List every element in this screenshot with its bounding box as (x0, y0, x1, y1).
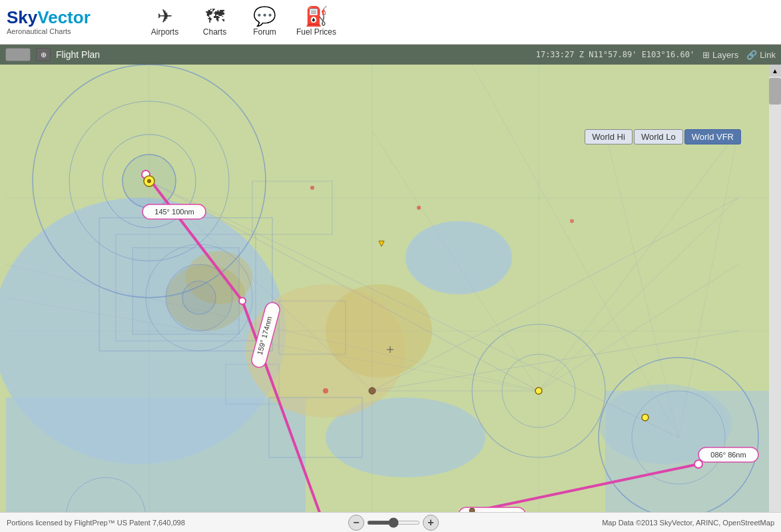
svg-point-51 (239, 298, 246, 304)
world-vfr-button[interactable]: World VFR (684, 129, 741, 144)
map-type-bar: World Hi World Lo World VFR (585, 129, 741, 144)
svg-text:086° 86nm: 086° 86nm (710, 451, 746, 459)
layers-button[interactable]: ⊞ Layers (702, 50, 738, 60)
svg-point-77 (469, 508, 475, 512)
fuel-label: Fuel Prices (296, 27, 336, 37)
toolbar: ⊕ Flight Plan 17:33:27 Z N11°57.89' E103… (0, 45, 781, 65)
flight-plan-label: Flight Plan (56, 49, 100, 60)
world-hi-button[interactable]: World Hi (585, 129, 633, 144)
nav-fuel[interactable]: ⛽ Fuel Prices (296, 7, 336, 37)
toolbar-right: 17:33:27 Z N11°57.89' E103°16.60' ⊞ Laye… (536, 50, 776, 60)
scrollbar-right[interactable]: ▲ ▼ (769, 65, 781, 512)
scrollbar-thumb[interactable] (769, 78, 781, 105)
svg-rect-2 (6, 398, 306, 512)
map-data-text: Map Data ©2013 SkyVector, ARINC, OpenStr… (602, 519, 774, 527)
layers-label: Layers (712, 50, 738, 60)
logo-area: SkyVector Aeronautical Charts (7, 9, 133, 35)
world-lo-button[interactable]: World Lo (634, 129, 683, 144)
fuel-icon: ⛽ (305, 7, 328, 26)
toolbar-left: ⊕ Flight Plan (5, 48, 529, 61)
header: SkyVector Aeronautical Charts ✈ Airports… (0, 0, 781, 45)
link-icon: 🔗 (746, 50, 757, 60)
coordinates-display: 17:33:27 Z N11°57.89' E103°16.60' (536, 50, 694, 59)
svg-point-70 (642, 414, 649, 421)
svg-text:145° 100nm: 145° 100nm (154, 208, 194, 216)
svg-point-74 (570, 219, 574, 223)
gps-button[interactable]: ⊕ (36, 48, 51, 61)
scrollbar-up-button[interactable]: ▲ (769, 65, 781, 77)
svg-point-72 (310, 186, 314, 190)
flight-plan-toggle[interactable] (5, 48, 31, 61)
charts-label: Charts (203, 27, 226, 37)
bottom-bar: Portions licensed by FlightPrep™ US Pate… (0, 512, 781, 532)
nav-charts[interactable]: 🗺 Charts (196, 7, 233, 37)
zoom-slider[interactable] (367, 521, 420, 525)
map-container[interactable]: World Hi World Lo World VFR (0, 65, 781, 512)
svg-text:076° 159nm: 076° 159nm (472, 511, 511, 512)
nav-airports[interactable]: ✈ Airports (146, 7, 183, 37)
airports-label: Airports (151, 27, 178, 37)
airports-icon: ✈ (157, 7, 172, 26)
svg-point-66 (147, 179, 151, 183)
svg-point-75 (323, 388, 328, 394)
copyright-text: Portions licensed by FlightPrep™ US Pate… (7, 519, 185, 527)
logo-subtitle: Aeronautical Charts (7, 27, 71, 35)
nav-forum[interactable]: 💬 Forum (246, 7, 283, 37)
zoom-in-button[interactable]: + (423, 515, 439, 531)
svg-rect-25 (132, 248, 239, 334)
svg-point-54 (694, 460, 702, 468)
svg-point-73 (417, 206, 421, 210)
charts-icon: 🗺 (206, 7, 224, 26)
logo-text: SkyVector (7, 9, 91, 26)
forum-label: Forum (253, 27, 276, 37)
svg-point-76 (369, 388, 376, 394)
svg-point-69 (535, 388, 542, 394)
forum-icon: 💬 (253, 7, 276, 26)
svg-point-3 (405, 221, 512, 294)
zoom-out-button[interactable]: − (348, 515, 364, 531)
layers-icon: ⊞ (702, 50, 710, 60)
link-label: Link (760, 50, 776, 60)
zoom-controls: − + (348, 515, 439, 531)
link-button[interactable]: 🔗 Link (746, 50, 776, 60)
